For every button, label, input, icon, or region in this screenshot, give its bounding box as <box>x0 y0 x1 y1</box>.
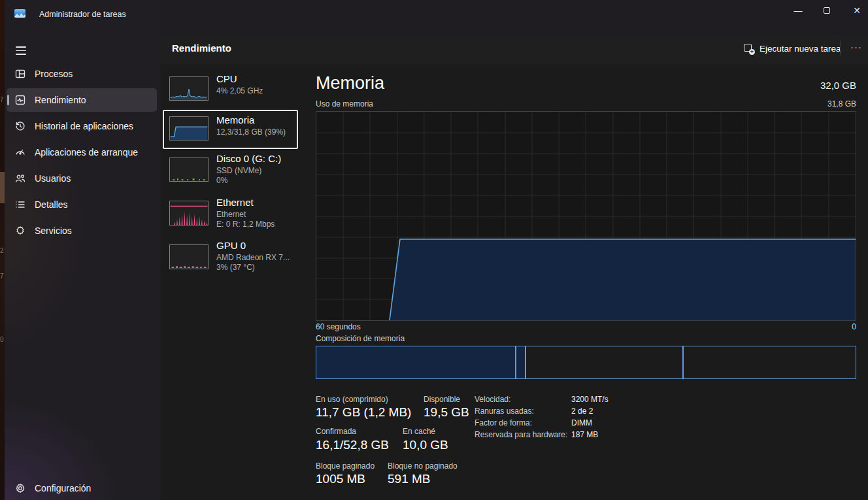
sidebar-item-servicios[interactable]: Servicios <box>7 219 157 242</box>
sidebar-item-historial[interactable]: Historial de aplicaciones <box>7 114 157 138</box>
minimize-icon: — <box>794 6 803 16</box>
composition-standby-segment <box>526 346 684 378</box>
processes-icon <box>15 69 25 79</box>
sidebar-item-label: Procesos <box>35 69 73 79</box>
edge-fragment: 7 <box>0 96 4 103</box>
stat-label: Confirmada <box>316 427 356 436</box>
edge-patch <box>0 172 5 203</box>
sidebar-item-label: Configuración <box>35 483 91 493</box>
stat-value: 1005 MB <box>316 472 365 486</box>
composition-label: Composición de memoria <box>316 334 405 343</box>
edge-fragment: 2 <box>0 247 4 254</box>
detail-label: Velocidad: <box>475 395 510 404</box>
sidebar-item-configuracion[interactable]: Configuración <box>7 476 157 500</box>
detail-label: Reservada para hardware: <box>475 430 567 439</box>
stat-label: Bloque paginado <box>316 461 375 471</box>
minimize-button[interactable]: — <box>784 1 812 20</box>
stat-value: 19,5 GB <box>424 405 469 420</box>
disk-sparkline <box>169 158 209 182</box>
memory-total-capacity: 32,0 GB <box>820 80 856 91</box>
stat-value: 16,1/52,8 GB <box>316 438 389 452</box>
sidebar-item-label: Usuarios <box>35 173 71 184</box>
run-new-task-icon: + <box>744 44 754 54</box>
edge-fragment: 7 <box>0 273 4 280</box>
task-manager-app-icon <box>14 9 25 18</box>
gpu-sparkline <box>169 244 209 269</box>
sidebar-item-label: Historial de aplicaciones <box>35 121 133 131</box>
titlebar: Administrador de tareas — ✕ <box>0 0 868 24</box>
memory-sparkline <box>169 116 209 141</box>
chart-x-right-label: 0 <box>852 322 856 331</box>
app-history-icon <box>15 121 25 131</box>
sidebar-item-label: Rendimiento <box>35 95 86 105</box>
page-title: Rendimiento <box>172 42 231 54</box>
task-manager-window: 7 2 7 0 Administrador de tareas — ✕ Proc… <box>0 0 868 500</box>
close-button[interactable]: ✕ <box>843 1 868 20</box>
cpu-sparkline <box>169 76 209 101</box>
stat-value: 11,7 GB (1,2 MB) <box>316 405 411 420</box>
detail-value: 187 MB <box>571 430 598 439</box>
header-divider <box>840 41 841 56</box>
ethernet-sparkline <box>169 201 209 225</box>
sidebar-item-label: Aplicaciones de arranque <box>35 147 138 158</box>
memory-heading: Memoria <box>316 73 384 93</box>
sidebar-item-usuarios[interactable]: Usuarios <box>7 167 157 190</box>
usage-chart-label: Uso de memoria <box>316 99 373 108</box>
sidebar-item-arranque[interactable]: Aplicaciones de arranque <box>7 141 157 164</box>
ellipsis-icon: ··· <box>850 41 862 52</box>
settings-gear-icon <box>15 483 25 493</box>
detail-value: 3200 MT/s <box>571 395 609 404</box>
navigation-menu-button[interactable] <box>13 41 39 61</box>
usage-chart-max-label: 31,8 GB <box>827 99 856 108</box>
composition-used-segment <box>316 346 516 378</box>
maximize-icon <box>824 7 830 14</box>
startup-apps-icon <box>15 147 25 158</box>
background-window-sliver: 7 2 7 0 <box>0 0 5 500</box>
services-icon <box>15 225 25 236</box>
stat-value: 591 MB <box>388 472 430 486</box>
pane-header: Rendimiento + Ejecutar nueva tarea ··· <box>160 33 868 64</box>
more-options-button[interactable]: ··· <box>846 39 866 58</box>
stat-label: En caché <box>403 427 435 436</box>
composition-modified-segment <box>516 346 526 378</box>
sidebar-item-label: Detalles <box>35 199 68 210</box>
memory-usage-chart <box>316 111 856 321</box>
detail-value: DIMM <box>571 418 592 427</box>
close-icon: ✕ <box>853 5 861 16</box>
stat-value: 10,0 GB <box>403 438 448 452</box>
maximize-button[interactable] <box>812 1 841 20</box>
detail-value: 2 de 2 <box>571 407 593 416</box>
detail-label: Ranuras usadas: <box>475 407 534 416</box>
sidebar-item-detalles[interactable]: Detalles <box>7 193 157 216</box>
edge-fragment: 0 <box>0 336 4 343</box>
chart-x-left-label: 60 segundos <box>316 322 361 331</box>
sidebar-item-procesos[interactable]: Procesos <box>7 62 157 86</box>
users-icon <box>15 173 25 184</box>
sidebar-item-rendimiento[interactable]: Rendimiento <box>7 88 157 112</box>
stat-label: En uso (comprimido) <box>316 395 388 404</box>
details-icon <box>15 199 25 210</box>
memory-composition-bar[interactable] <box>316 346 856 379</box>
performance-icon <box>15 95 25 105</box>
stat-label: Bloque no paginado <box>388 461 458 471</box>
run-new-task-button[interactable]: + Ejecutar nueva tarea <box>739 39 846 58</box>
stat-label: Disponible <box>424 395 460 404</box>
sidebar-item-label: Servicios <box>35 225 72 236</box>
detail-label: Factor de forma: <box>475 418 532 427</box>
window-title: Administrador de tareas <box>39 10 126 19</box>
hamburger-icon <box>16 46 26 48</box>
composition-free-segment <box>684 346 856 378</box>
selected-accent-bar <box>7 95 9 105</box>
